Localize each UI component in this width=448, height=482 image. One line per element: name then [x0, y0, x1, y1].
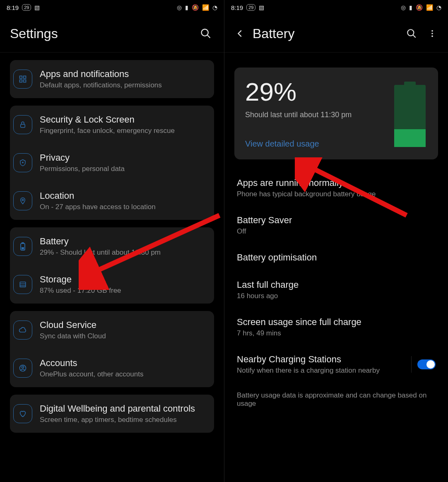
volte-icon: ▮ — [185, 4, 188, 11]
battery-fill — [394, 129, 426, 147]
page-title: Settings — [10, 26, 191, 41]
svg-point-21 — [431, 30, 433, 32]
lock-icon — [13, 115, 32, 134]
battery-prefs: Apps are running normally Phone has typi… — [224, 159, 448, 408]
row-title: Apps and notifications — [40, 69, 162, 80]
pref-apps-running[interactable]: Apps are running normally Phone has typi… — [237, 159, 436, 207]
svg-rect-4 — [20, 80, 22, 82]
nearby-charging-toggle[interactable] — [417, 359, 436, 369]
row-title: Battery — [40, 236, 161, 247]
row-location[interactable]: Location On - 27 apps have access to loc… — [10, 182, 214, 220]
overflow-menu-button[interactable] — [426, 25, 438, 42]
status-bar: 8:19 29 ▧ ◎ ▮ 🔕 📶 ◔ — [224, 0, 448, 15]
svg-rect-6 — [21, 124, 25, 128]
svg-point-22 — [431, 33, 433, 34]
svg-point-0 — [202, 29, 208, 36]
app-bar-settings: Settings — [0, 15, 224, 52]
hotspot-icon: ◎ — [401, 4, 406, 11]
signal-4g-icon: 📶 — [202, 4, 209, 11]
location-icon — [13, 191, 32, 210]
group-security: Security & Lock Screen Fingerprint, face… — [10, 106, 214, 220]
row-subtitle: On - 27 apps have access to location — [40, 203, 156, 211]
row-subtitle: Permissions, personal data — [40, 165, 125, 173]
row-subtitle: Screen time, app timers, bedtime schedul… — [40, 416, 195, 424]
svg-rect-5 — [24, 80, 26, 82]
battery-summary-card: 29% Should last until about 11:30 pm Vie… — [234, 67, 438, 159]
row-battery[interactable]: Battery 29% - Should last until about 11… — [10, 227, 214, 265]
svg-point-7 — [22, 162, 23, 163]
status-time: 8:19 — [7, 4, 19, 11]
svg-rect-2 — [20, 76, 22, 79]
pref-screen-usage: Screen usage since full charge 7 hrs, 49… — [237, 308, 436, 346]
heart-icon — [13, 404, 32, 423]
storage-icon — [13, 275, 32, 294]
svg-rect-10 — [22, 243, 24, 243]
svg-point-16 — [22, 366, 24, 368]
search-icon — [406, 28, 417, 39]
svg-line-20 — [413, 35, 416, 38]
status-time: 8:19 — [231, 4, 243, 11]
pref-battery-saver[interactable]: Battery Saver Off — [237, 207, 436, 244]
row-apps-notifications[interactable]: Apps and notifications Default apps, not… — [10, 60, 214, 98]
row-storage[interactable]: Storage 87% used - 17.20 GB free — [10, 265, 214, 304]
pref-title: Apps are running normally — [237, 178, 436, 188]
pref-last-full-charge: Last full charge 16 hours ago — [237, 271, 436, 308]
row-accounts[interactable]: Accounts OnePlus account, other accounts — [10, 349, 214, 387]
row-subtitle: 29% - Should last until about 11:30 pm — [40, 248, 161, 257]
row-title: Security & Lock Screen — [40, 114, 175, 125]
row-subtitle: 87% used - 17.20 GB free — [40, 287, 121, 295]
chevron-left-icon — [236, 29, 245, 38]
status-bar: 8:19 29 ▧ ◎ ▮ 🔕 📶 ◔ — [0, 0, 224, 15]
pref-title: Screen usage since full charge — [237, 317, 436, 328]
svg-point-8 — [22, 199, 24, 201]
pref-title: Battery Saver — [237, 215, 436, 226]
row-title: Location — [40, 190, 156, 201]
view-detailed-usage-link[interactable]: View detailed usage — [245, 139, 319, 149]
screen-battery: 8:19 29 ▧ ◎ ▮ 🔕 📶 ◔ Battery 29% Should l… — [224, 0, 448, 482]
group-wellbeing: Digital Wellbeing and parental controls … — [10, 395, 214, 433]
status-battery-badge: 29 — [246, 4, 255, 11]
row-title: Digital Wellbeing and parental controls — [40, 403, 195, 414]
svg-rect-11 — [22, 247, 24, 249]
pref-subtitle: Phone has typical background battery usa… — [237, 190, 436, 198]
hotspot-icon: ◎ — [177, 4, 182, 11]
divider — [224, 52, 448, 53]
settings-scroll[interactable]: Apps and notifications Default apps, not… — [0, 60, 224, 433]
svg-line-1 — [207, 35, 210, 38]
pref-title: Nearby Charging Stations — [237, 354, 405, 365]
row-title: Cloud Service — [40, 320, 106, 330]
row-subtitle: OnePlus account, other accounts — [40, 370, 143, 378]
search-button[interactable] — [403, 25, 420, 42]
group-accounts: Cloud Service Sync data with Cloud Accou… — [10, 311, 214, 387]
svg-point-19 — [407, 29, 414, 36]
row-subtitle: Sync data with Cloud — [40, 332, 106, 340]
row-title: Accounts — [40, 358, 143, 369]
pref-battery-optimisation[interactable]: Battery optimisation — [237, 244, 436, 271]
group-device: Battery 29% - Should last until about 11… — [10, 227, 214, 304]
shield-icon — [13, 153, 32, 172]
cloud-icon — [13, 321, 32, 340]
loading-icon: ◔ — [436, 4, 441, 11]
svg-rect-3 — [24, 76, 26, 79]
row-title: Privacy — [40, 152, 125, 163]
pref-subtitle: 7 hrs, 49 mins — [237, 329, 436, 337]
row-privacy[interactable]: Privacy Permissions, personal data — [10, 144, 214, 182]
row-digital-wellbeing[interactable]: Digital Wellbeing and parental controls … — [10, 395, 214, 433]
row-subtitle: Fingerprint, face unlock, emergency resc… — [40, 127, 175, 135]
pref-title: Last full charge — [237, 280, 436, 290]
divider — [411, 356, 412, 373]
battery-icon — [13, 237, 32, 256]
back-button[interactable] — [234, 25, 246, 42]
pref-nearby-charging[interactable]: Nearby Charging Stations Notify when the… — [237, 346, 436, 383]
divider — [0, 52, 224, 53]
status-battery-badge: 29 — [22, 4, 31, 11]
account-icon — [13, 359, 32, 378]
volte-icon: ▮ — [409, 4, 412, 11]
row-security-lock[interactable]: Security & Lock Screen Fingerprint, face… — [10, 106, 214, 144]
svg-rect-12 — [20, 282, 26, 287]
row-cloud-service[interactable]: Cloud Service Sync data with Cloud — [10, 311, 214, 349]
battery-footnote: Battery usage data is approximate and ca… — [237, 383, 436, 408]
svg-point-23 — [431, 36, 433, 37]
search-button[interactable] — [198, 25, 214, 42]
row-subtitle: Default apps, notifications, permissions — [40, 81, 162, 89]
